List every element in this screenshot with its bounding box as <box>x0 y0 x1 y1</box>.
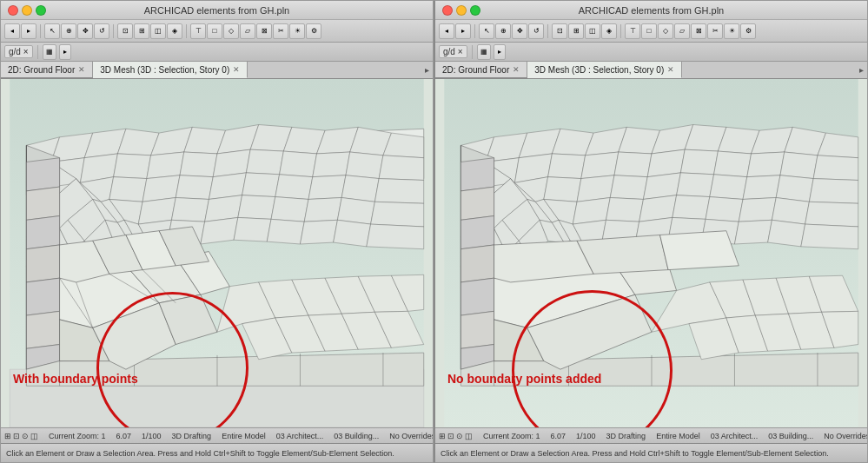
minimize-button-left[interactable] <box>22 5 32 16</box>
svg-marker-201 <box>660 231 739 270</box>
tb-select[interactable]: ↖ <box>44 23 60 39</box>
rtb-solid[interactable]: ⊞ <box>568 23 584 39</box>
sep2 <box>113 24 114 38</box>
rtb-shade[interactable]: ◫ <box>585 23 600 39</box>
right-status-icon2: ⊡ <box>447 432 454 440</box>
right-zoom-label: g/d × <box>439 45 467 58</box>
tb-section[interactable]: ✂ <box>273 23 288 39</box>
left-tab-3d[interactable]: 3D Mesh (3D : Selection, Story 0) ✕ <box>93 62 248 78</box>
tb-persp[interactable]: ▱ <box>240 23 255 39</box>
tb-pan[interactable]: ✥ <box>77 23 93 39</box>
rtb-section[interactable]: ✂ <box>707 23 723 39</box>
rtb-back[interactable]: ◂ <box>439 23 454 39</box>
left-floor-plan-btn[interactable]: ▦ <box>43 44 56 60</box>
left-status-icon3: ⊙ <box>22 432 29 440</box>
left-tab-floorplan[interactable]: 2D: Ground Floor ✕ <box>1 62 93 78</box>
tb-fwd[interactable]: ▸ <box>21 23 36 39</box>
rtb-front[interactable]: □ <box>641 23 657 39</box>
right-fp-close[interactable]: ✕ <box>513 65 520 74</box>
svg-marker-183 <box>461 187 494 220</box>
rsep2 <box>547 24 548 38</box>
rtb-pan[interactable]: ✥ <box>512 23 527 39</box>
svg-marker-185 <box>461 245 494 282</box>
tb-shade[interactable]: ◫ <box>150 23 166 39</box>
right-tab-floorplan[interactable]: 2D: Ground Floor ✕ <box>435 62 527 78</box>
tb-back[interactable]: ◂ <box>4 23 20 39</box>
right-toolbar-group1: ◂ ▸ <box>439 23 471 39</box>
left-toolbar2: g/d × ▦ ▸ <box>1 43 433 62</box>
svg-marker-78 <box>26 311 59 348</box>
svg-marker-54 <box>371 202 424 227</box>
left-viewport[interactable]: With boundary points <box>1 79 433 427</box>
left-toolbar-group2: ↖ ⊕ ✥ ↺ <box>44 23 109 39</box>
right-status-icons: ⊞ ⊡ ⊙ ◫ <box>439 432 473 440</box>
maximize-button-right[interactable] <box>470 5 480 16</box>
left-toolbar-group3: ⊡ ⊞ ◫ ◈ <box>117 23 182 39</box>
rtb-top[interactable]: ⊤ <box>625 23 640 39</box>
svg-marker-18 <box>114 154 151 179</box>
right-status-drafting: 3D Drafting <box>606 432 646 440</box>
left-arrow-btn[interactable]: ▸ <box>59 44 71 60</box>
svg-marker-145 <box>710 175 747 200</box>
right-info-bar: Click an Element or Draw a Selection Are… <box>435 443 867 462</box>
close-button-right[interactable] <box>442 5 453 16</box>
right-viewport[interactable]: No boundary points added <box>435 79 867 427</box>
close-button-left[interactable] <box>8 5 18 16</box>
rtb-zoom[interactable]: ⊕ <box>495 23 511 39</box>
left-status-drafting: 3D Drafting <box>172 432 212 440</box>
tb-rotate[interactable]: ↺ <box>94 23 109 39</box>
right-status-view: Entire Model <box>656 432 700 440</box>
rtb-select[interactable]: ↖ <box>479 23 494 39</box>
left-status-icons: ⊞ ⊡ ⊙ ◫ <box>4 432 38 440</box>
left-window-title: ARCHICAD elements from GH.pln <box>144 5 290 16</box>
left-fp-close[interactable]: ✕ <box>78 65 85 74</box>
left-status-build: 03 Building... <box>334 432 379 440</box>
tb-top[interactable]: ⊤ <box>190 23 206 39</box>
svg-marker-25 <box>346 152 383 179</box>
right-3d-close[interactable]: ✕ <box>667 65 674 74</box>
rtb-render[interactable]: ◈ <box>601 23 617 39</box>
right-arrow-btn[interactable]: ▸ <box>494 44 506 60</box>
right-toolbar-group2: ↖ ⊕ ✥ ↺ <box>479 23 544 39</box>
right-panel: ARCHICAD elements from GH.pln ◂ ▸ ↖ ⊕ ✥ … <box>434 0 868 463</box>
svg-marker-132 <box>714 151 752 177</box>
tb-settings[interactable]: ⚙ <box>306 23 321 39</box>
rtb-fwd[interactable]: ▸ <box>455 23 471 39</box>
svg-marker-74 <box>26 187 59 220</box>
svg-marker-36 <box>275 175 313 200</box>
tb-render[interactable]: ◈ <box>167 23 182 39</box>
left-3d-close[interactable]: ✕ <box>233 65 240 74</box>
right-toolbar-group3: ⊡ ⊞ ◫ ◈ <box>552 23 617 39</box>
svg-marker-51 <box>271 197 308 222</box>
maximize-button-left[interactable] <box>36 5 46 16</box>
right-tab-expand[interactable]: ▸ <box>856 62 867 78</box>
left-tab-expand[interactable]: ▸ <box>421 62 433 78</box>
tb-solid[interactable]: ⊞ <box>134 23 149 39</box>
left-zoom-label: g/d × <box>4 45 33 58</box>
left-status-icon1: ⊞ <box>4 432 11 440</box>
svg-marker-129 <box>614 152 652 177</box>
tb-fit[interactable]: ⊠ <box>256 23 272 39</box>
rtb-wire[interactable]: ⊡ <box>552 23 567 39</box>
right-floor-plan-btn[interactable]: ▦ <box>477 44 491 60</box>
svg-marker-20 <box>180 152 217 177</box>
rtb-persp[interactable]: ▱ <box>674 23 690 39</box>
rtb-rotate[interactable]: ↺ <box>528 23 544 39</box>
rtb-iso[interactable]: ◇ <box>658 23 673 39</box>
tb-front[interactable]: □ <box>207 23 222 39</box>
svg-marker-26 <box>379 155 424 181</box>
rtb-settings[interactable]: ⚙ <box>740 23 756 39</box>
left-status-icon2: ⊡ <box>13 432 20 440</box>
rtb-sun[interactable]: ☀ <box>724 23 739 39</box>
tb-sun[interactable]: ☀ <box>289 23 305 39</box>
right-tab-3d[interactable]: 3D Mesh (3D : Selection, Story 0) ✕ <box>527 62 682 78</box>
tb-zoom[interactable]: ⊕ <box>61 23 76 39</box>
sep3 <box>186 24 187 38</box>
tb-wire[interactable]: ⊡ <box>117 23 133 39</box>
minimize-button-right[interactable] <box>456 5 467 16</box>
tb-iso[interactable]: ◇ <box>223 23 239 39</box>
right-annotation-label: No boundary points added <box>447 372 601 386</box>
svg-marker-186 <box>461 278 494 315</box>
rtb-fit[interactable]: ⊠ <box>691 23 706 39</box>
svg-marker-24 <box>313 152 350 177</box>
